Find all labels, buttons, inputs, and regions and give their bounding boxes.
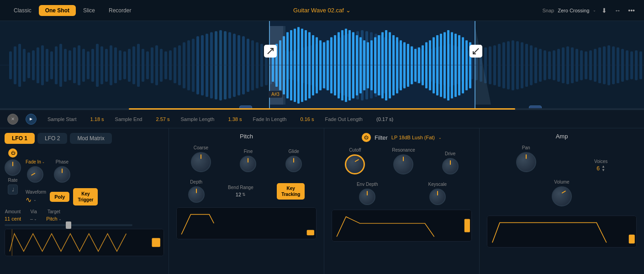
coarse-label: Coarse <box>194 145 208 150</box>
nav-right: Snap Zero Crossing ⌄ ⬇ ↔ ••• <box>543 6 637 15</box>
start-marker-icon[interactable] <box>264 45 277 58</box>
bottom-panel: LFO 1 LFO 2 Mod Matrix ⏻ Rate ♩ Fade In <box>0 128 644 274</box>
chevron-down-icon-via[interactable]: ⌄ <box>34 217 37 221</box>
sample-start-label: Sample Start <box>48 116 77 122</box>
coarse-knob[interactable] <box>191 152 211 172</box>
fade-out-label: Fade Out Length <box>325 116 363 122</box>
pitch-env-display <box>176 207 317 239</box>
glide-knob[interactable] <box>285 156 302 172</box>
keyscale-knob[interactable] <box>429 189 446 205</box>
svg-rect-209 <box>332 210 471 241</box>
key-tracking-button[interactable]: KeyTracking <box>277 183 305 200</box>
key-trigger-button[interactable]: KeyTrigger <box>73 188 98 206</box>
rate-knob-group: Rate <box>5 159 21 183</box>
waveform-area: 0.0s 0.4s 0.8s 1.2s 1.6s 2.0s 2.4s 2.8s <box>0 21 644 110</box>
amount-section: Amount 11 cent <box>5 209 21 221</box>
waveform-scrollbar[interactable] <box>0 108 644 110</box>
end-marker-icon[interactable] <box>470 45 482 58</box>
bend-range-value: 12 <box>236 192 241 197</box>
via-label: Via <box>30 209 37 214</box>
pitch-title: Pitch <box>176 133 317 140</box>
amp-panel: Amp Pan Voices 6 ▲ ▼ Volume <box>480 128 644 274</box>
mod-matrix-tab[interactable]: Mod Matrix <box>70 133 111 144</box>
rate-label: Rate <box>8 178 17 183</box>
chevron-down-icon-wf[interactable]: ⌄ <box>33 198 37 202</box>
via-value: – <box>30 216 33 221</box>
sample-start-value: 1.18 s <box>90 116 104 122</box>
fade-in-dropdown[interactable]: Fade In ⌄ <box>26 159 45 164</box>
amp-title: Amp <box>487 133 637 140</box>
nav-tabs: Classic One Shot Slice Recorder <box>7 5 137 16</box>
voices-stepper-arrows[interactable]: ▲ ▼ <box>602 165 605 172</box>
fadein-knob-group: Fade In ⌄ <box>26 159 45 183</box>
via-section: Via – ⌄ <box>30 209 37 221</box>
lfo1-tab[interactable]: LFO 1 <box>5 133 35 144</box>
bend-range-group: Bend Range 12 ⇅ <box>228 185 253 197</box>
volume-knob[interactable] <box>552 186 572 206</box>
note-icon[interactable]: ♩ <box>8 184 18 195</box>
amount-value: 11 cent <box>5 216 21 221</box>
chevron-down-icon[interactable]: ⌄ <box>346 7 351 14</box>
expand-btn[interactable]: ↔ <box>612 6 623 15</box>
poly-button[interactable]: Poly <box>50 192 69 202</box>
chevron-down-icon-target[interactable]: ⌄ <box>58 217 62 221</box>
pan-knob[interactable] <box>516 152 536 172</box>
tab-one-shot[interactable]: One Shot <box>39 5 76 16</box>
waveform-display <box>0 21 644 110</box>
svg-rect-212 <box>629 235 635 243</box>
amp-env-display <box>487 216 637 248</box>
chevron-up-down-icon[interactable]: ⇅ <box>242 192 246 197</box>
filter-header: ⏻ Filter LP 18dB Lush (Fat) ⌄ <box>332 133 472 142</box>
snap-toggle-btn[interactable]: ⬇ <box>600 6 609 15</box>
depth-knob[interactable] <box>188 186 205 203</box>
tab-slice[interactable]: Slice <box>77 5 101 16</box>
close-button[interactable]: ✕ <box>7 114 18 125</box>
bend-range-label: Bend Range <box>228 185 253 190</box>
fine-knob[interactable] <box>240 156 256 172</box>
lfo-panel: LFO 1 LFO 2 Mod Matrix ⏻ Rate ♩ Fade In <box>0 128 169 274</box>
glide-label: Glide <box>288 149 299 154</box>
svg-line-202 <box>268 48 273 54</box>
fade-in-label: Fade In <box>26 159 41 164</box>
resonance-knob[interactable] <box>393 154 413 174</box>
tab-classic[interactable]: Classic <box>7 5 38 16</box>
resonance-label: Resonance <box>392 148 415 153</box>
lfo-tabs: LFO 1 LFO 2 Mod Matrix <box>5 133 164 144</box>
file-name: Guitar Wave 02.caf <box>293 7 344 14</box>
transport-info: Sample Start 1.18 s Sample End 2.57 s Sa… <box>48 116 393 122</box>
fade-in-label: Fade In Length <box>253 116 286 122</box>
play-button[interactable]: ▶ <box>26 114 37 125</box>
tab-recorder[interactable]: Recorder <box>102 5 137 16</box>
drive-knob[interactable] <box>442 158 459 174</box>
fade-in-knob[interactable] <box>27 166 43 183</box>
rate-knob[interactable] <box>5 159 21 176</box>
lfo2-tab[interactable]: LFO 2 <box>37 133 67 144</box>
sample-end-label: Sample End <box>115 116 143 122</box>
pan-label: Pan <box>522 145 530 150</box>
lfo-power-button[interactable]: ⏻ <box>8 148 17 158</box>
voices-label: Voices <box>594 159 607 164</box>
transport-bar: ✕ ▶ Sample Start 1.18 s Sample End 2.57 … <box>0 110 644 128</box>
filter-env-display <box>332 210 472 242</box>
cutoff-knob[interactable] <box>345 154 365 174</box>
top-nav: Classic One Shot Slice Recorder Guitar W… <box>0 0 644 21</box>
chevron-down-icon-filter[interactable]: ⌄ <box>438 136 442 140</box>
target-value: Pitch <box>46 216 57 221</box>
phase-label: Phase <box>56 159 69 164</box>
sample-end-value: 2.57 s <box>156 116 170 122</box>
svg-line-203 <box>473 48 479 54</box>
lfo-slider[interactable] <box>5 224 132 226</box>
svg-rect-210 <box>465 219 470 232</box>
phase-knob[interactable] <box>54 166 70 183</box>
filter-power-button[interactable]: ⏻ <box>362 133 371 142</box>
more-btn[interactable]: ••• <box>626 6 637 15</box>
env-depth-knob[interactable] <box>359 189 375 205</box>
volume-label: Volume <box>554 179 569 184</box>
filter-top-row: Cutoff Resonance Drive <box>332 148 472 174</box>
waveform-icon: ∿ <box>26 195 32 204</box>
svg-rect-206 <box>152 238 160 247</box>
snap-value[interactable]: Zero Crossing <box>558 8 589 13</box>
chevron-down-icon-fade: ⌄ <box>42 160 45 164</box>
amount-label: Amount <box>5 209 21 214</box>
sample-length-value: 1.38 s <box>228 116 242 122</box>
